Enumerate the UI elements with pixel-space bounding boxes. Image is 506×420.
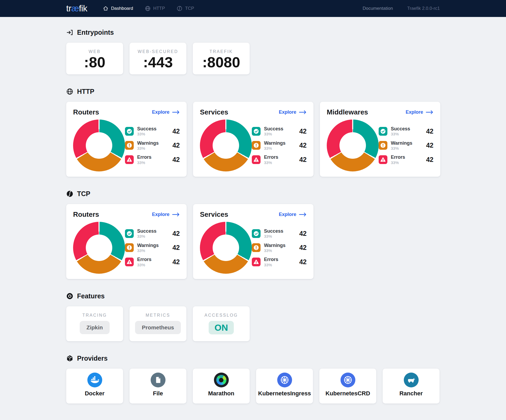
entrypoint-port: :80: [66, 54, 123, 70]
entrypoint-card-web-secured: WEB-SECURED :443: [129, 43, 186, 74]
cube-icon: [66, 355, 73, 362]
logo-text: fik: [79, 3, 87, 13]
explore-label: Explore: [279, 212, 296, 217]
legend-value: 42: [426, 142, 433, 149]
section-providers: Providers Docker File Marathon Kubernete…: [66, 355, 440, 404]
section-title: Entrypoints: [77, 29, 114, 36]
legend-percent: 33%: [137, 161, 151, 165]
explore-link[interactable]: Explore: [279, 212, 307, 217]
legend-row-warnings: Warnings33% 42: [125, 243, 180, 253]
feature-card-tracing: TRACING Zipkin: [66, 306, 123, 341]
kubernetes-wheel-icon: [341, 373, 355, 387]
nav-items: Dashboard HTTP TCP: [103, 6, 194, 11]
explore-link[interactable]: Explore: [279, 109, 307, 115]
provider-name: Marathon: [208, 390, 234, 397]
provider-card-docker: Docker: [66, 369, 123, 404]
nav-http[interactable]: HTTP: [145, 6, 165, 11]
provider-name: KubernetesIngress: [258, 390, 311, 397]
legend-percent: 33%: [391, 132, 410, 136]
explore-label: Explore: [152, 212, 169, 217]
legend-row-errors: Errors33% 42: [125, 154, 180, 165]
donut-chart: [73, 120, 125, 171]
dashboard-content: Entrypoints WEB :80 WEB-SECURED :443 TRA…: [66, 17, 440, 404]
donut-chart: [327, 120, 379, 171]
tcp-header: TCP: [66, 190, 440, 198]
success-badge-icon: [252, 229, 261, 238]
disc-icon: [66, 293, 73, 300]
legend-percent: 33%: [264, 249, 285, 253]
provider-card-file: File: [129, 369, 186, 404]
legend-value: 42: [172, 142, 180, 149]
donut-chart: [73, 222, 125, 274]
legend-row-errors: Errors33% 42: [379, 154, 433, 165]
error-badge-icon: [252, 258, 261, 266]
globe-icon: [66, 88, 73, 95]
legend-percent: 33%: [391, 161, 405, 165]
http-routers-card: Routers Explore Success33% 42: [66, 102, 187, 177]
legend-row-warnings: Warnings33% 42: [252, 243, 307, 253]
section-title: Features: [77, 292, 105, 300]
feature-name: ACCESSLOG: [193, 313, 250, 318]
providers-header: Providers: [66, 355, 440, 362]
provider-name: Rancher: [399, 390, 423, 397]
warning-badge-icon: [125, 243, 134, 252]
legend-value: 42: [299, 230, 307, 237]
http-middlewares-card: Middlewares Explore Success33% 42: [320, 102, 440, 177]
entrypoint-name: TRAEFIK: [193, 49, 250, 54]
legend-label: Warnings: [264, 140, 285, 146]
nav-dashboard[interactable]: Dashboard: [103, 6, 133, 11]
legend-label: Warnings: [391, 140, 412, 146]
donut-chart: [200, 222, 252, 274]
card-title: Services: [200, 108, 228, 116]
provider-name: Docker: [85, 390, 105, 397]
card-title: Middlewares: [327, 108, 368, 116]
legend-percent: 33%: [264, 146, 285, 151]
legend-label: Success: [391, 126, 410, 131]
legend-label: Errors: [137, 257, 151, 262]
warning-badge-icon: [125, 141, 134, 150]
legend-percent: 33%: [264, 132, 283, 136]
tcp-ball-icon: [177, 6, 182, 11]
logo-text: tr: [66, 3, 71, 13]
traefik-logo[interactable]: træfik: [66, 3, 87, 14]
legend-value: 42: [172, 156, 180, 163]
legend-label: Errors: [264, 154, 278, 160]
legend-label: Success: [137, 126, 156, 131]
provider-card-kubernetes-ingress: KubernetesIngress: [256, 369, 313, 404]
arrow-right-icon: [172, 110, 180, 114]
card-title: Routers: [73, 210, 99, 219]
provider-name: KubernetesCRD: [325, 390, 370, 397]
success-badge-icon: [125, 229, 134, 238]
provider-name: File: [153, 390, 163, 397]
error-badge-icon: [125, 155, 134, 164]
section-title: HTTP: [77, 88, 94, 95]
legend-row-warnings: Warnings33% 42: [252, 140, 307, 151]
legend-row-success: Success33% 42: [125, 126, 180, 136]
legend: Success33% 42 Warnings33% 42 Errors33% 4…: [379, 126, 433, 165]
success-badge-icon: [252, 127, 261, 136]
nav-tcp[interactable]: TCP: [177, 6, 194, 11]
kubernetes-wheel-icon: [277, 373, 292, 387]
legend-percent: 33%: [137, 234, 156, 239]
feature-card-metrics: METRICS Prometheus: [129, 306, 186, 341]
explore-link[interactable]: Explore: [152, 212, 180, 217]
home-icon: [103, 6, 109, 11]
legend-value: 42: [299, 127, 307, 135]
legend-row-warnings: Warnings33% 42: [379, 140, 433, 151]
feature-name: METRICS: [129, 313, 186, 318]
nav-http-label: HTTP: [153, 6, 165, 11]
legend-label: Success: [137, 228, 156, 234]
entrypoints-header: Entrypoints: [66, 29, 440, 36]
http-services-card: Services Explore Success33% 42: [193, 102, 314, 177]
arrow-right-icon: [172, 213, 180, 216]
explore-link[interactable]: Explore: [406, 109, 433, 115]
documentation-link[interactable]: Documentation: [363, 6, 393, 11]
explore-link[interactable]: Explore: [152, 109, 180, 115]
features-header: Features: [66, 292, 440, 300]
explore-label: Explore: [406, 109, 423, 115]
section-features: Features TRACING Zipkin METRICS Promethe…: [66, 292, 440, 341]
error-badge-icon: [379, 155, 387, 164]
legend-row-warnings: Warnings33% 42: [125, 140, 180, 151]
legend-row-success: Success33% 42: [379, 126, 433, 136]
legend-row-success: Success33% 42: [252, 126, 307, 136]
